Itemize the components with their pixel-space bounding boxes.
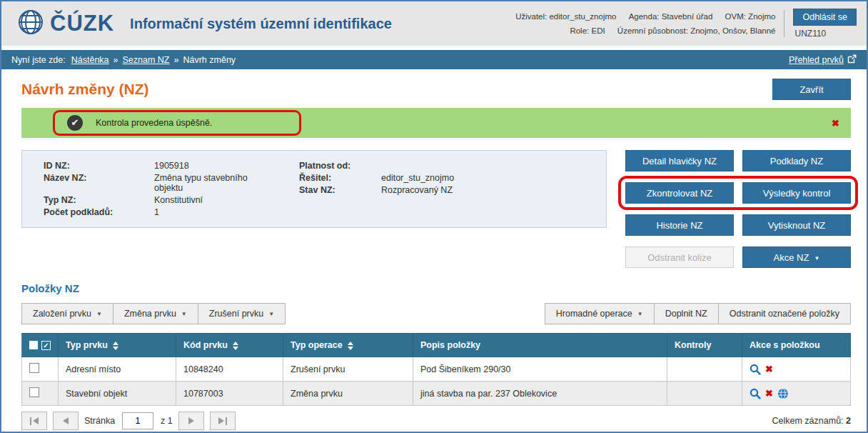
breadcrumb-separator: »	[174, 55, 179, 65]
cell-typ-prvku: Adresní místo	[59, 357, 176, 382]
nz-info-left: ID NZ: 1905918 Název NZ: Změna typu stav…	[44, 161, 256, 217]
total-records: Celkem záznamů: 2	[772, 416, 851, 426]
caret-down-icon: ▼	[814, 255, 819, 262]
last-page-button[interactable]	[210, 412, 236, 430]
breadcrumb-current: Návrh změny	[183, 55, 236, 65]
checked-box-icon[interactable]: ✓	[41, 341, 51, 350]
cell-typ-prvku: Stavební objekt	[59, 382, 176, 406]
page-of-label: z 1	[161, 416, 173, 426]
user-area: Uživatel: editor_stu_znojmo Agenda: Stav…	[515, 9, 857, 39]
page-number-input[interactable]	[122, 412, 153, 429]
prehled-prvku-link[interactable]: Přehled prvků	[789, 55, 844, 65]
caret-down-icon: ▼	[268, 311, 274, 317]
breadcrumb: Nyní jste zde: Nástěnka » Seznam NZ » Ná…	[1, 50, 867, 69]
cell-popis-polozky: Pod Šibeníkem 290/30	[413, 357, 667, 382]
column-header-popis-polozky: Popis položky	[413, 334, 667, 357]
odstranit-kolize-button: Odstranit kolize	[625, 247, 734, 268]
column-header-akce-s-polozkou: Akce s položkou	[742, 334, 851, 357]
zmena-prvku-dropdown-button[interactable]: Změna prvku▼	[113, 303, 198, 324]
row-checkbox[interactable]	[29, 363, 39, 373]
show-on-map-globe-icon[interactable]	[777, 388, 789, 399]
first-page-button[interactable]	[21, 412, 47, 430]
app-code: UNZ110	[793, 29, 826, 39]
cell-typ-operace: Změna prvku	[283, 382, 413, 406]
cell-typ-operace: Zrušení prvku	[283, 357, 413, 382]
delete-item-icon[interactable]: ✖	[765, 388, 773, 399]
success-check-icon: ✔	[67, 115, 83, 131]
pagination: Stránka z 1 Celkem záznamů: 2	[21, 412, 851, 433]
sort-icon[interactable]	[233, 342, 238, 350]
application-window: ČÚZK Informační systém územní identifika…	[0, 0, 868, 433]
cell-popis-polozky: jiná stavba na par. 237 Oblekovice	[413, 382, 667, 406]
user-info-line1: Uživatel: editor_stu_znojmo Agenda: Stav…	[515, 9, 775, 24]
odstranit-oznacene-polozky-button[interactable]: Odstranit označené položky	[718, 303, 851, 324]
zkontrolovat-nz-button[interactable]: Zkontrolovat NZ	[625, 182, 734, 204]
sort-icon[interactable]	[348, 342, 353, 350]
hromadne-operace-dropdown-button[interactable]: Hromadné operace▼	[545, 303, 655, 324]
divider	[784, 10, 784, 37]
akce-nz-dropdown-button[interactable]: Akce NZ▼	[742, 247, 851, 268]
top-header: ČÚZK Informační systém územní identifika…	[1, 1, 867, 46]
page-label: Stránka	[84, 416, 115, 426]
detail-hlavicky-nz-button[interactable]: Detail hlavičky NZ	[625, 150, 734, 171]
globe-logo-icon	[16, 7, 46, 40]
external-link-icon[interactable]	[847, 54, 857, 66]
zalozeni-prvku-dropdown-button[interactable]: Založení prvku▼	[21, 303, 113, 324]
breadcrumb-link-seznam-nz[interactable]: Seznam NZ	[123, 55, 170, 65]
column-header-typ-prvku[interactable]: Typ prvku	[59, 334, 176, 357]
column-header-typ-operace[interactable]: Typ operace	[283, 334, 413, 357]
podklady-nz-button[interactable]: Podklady NZ	[742, 150, 851, 171]
main-content: Návrh změny (NZ) Zavřít ✔ Kontrola prove…	[1, 69, 867, 433]
caret-down-icon: ▼	[637, 311, 643, 317]
cuzk-logo: ČÚZK	[16, 7, 114, 40]
cell-kontroly	[667, 382, 742, 406]
nz-info-right: Platnost od: Řešitel: editor_stu_znojmo …	[299, 161, 599, 217]
detail-magnifier-icon[interactable]	[750, 364, 761, 375]
breadcrumb-link-nastenka[interactable]: Nástěnka	[71, 55, 109, 65]
delete-item-icon[interactable]: ✖	[765, 364, 773, 374]
page-title: Návrh změny (NZ)	[21, 81, 149, 98]
previous-page-button[interactable]	[53, 412, 79, 430]
cell-kod-prvku: 10848240	[176, 357, 283, 382]
table-row: Stavební objekt 10787003 Změna prvku jin…	[22, 382, 851, 406]
user-info-line2: Role: EDI Územní působnost: Znojmo, Onšo…	[515, 24, 775, 38]
vysledky-kontrol-button[interactable]: Výsledky kontrol	[742, 182, 851, 204]
select-all-header[interactable]: ✓	[22, 334, 59, 357]
success-message-text: Kontrola provedena úspěšně.	[96, 118, 212, 128]
success-message-bar: ✔ Kontrola provedena úspěšně. ✖	[21, 108, 851, 138]
items-table: ✓ Typ prvku Kód prvku Typ operace Popis …	[21, 333, 851, 406]
logout-button[interactable]: Odhlásit se	[793, 9, 857, 26]
select-all-checkbox-icon[interactable]	[29, 341, 38, 349]
user-info: Uživatel: editor_stu_znojmo Agenda: Stav…	[515, 9, 775, 38]
cell-kontroly	[667, 357, 742, 382]
close-button[interactable]: Zavřít	[772, 79, 851, 100]
breadcrumb-prefix: Nyní jste zde:	[11, 55, 66, 65]
cell-kod-prvku: 10787003	[176, 382, 283, 406]
vytisknout-nz-button[interactable]: Vytisknout NZ	[742, 214, 851, 236]
logo-text: ČÚZK	[50, 11, 114, 36]
breadcrumb-separator: »	[113, 55, 118, 65]
detail-magnifier-icon[interactable]	[750, 388, 761, 399]
caret-down-icon: ▼	[181, 311, 187, 317]
app-title: Informační systém územní identifikace	[130, 16, 392, 32]
historie-nz-button[interactable]: Historie NZ	[625, 214, 734, 236]
column-header-kod-prvku[interactable]: Kód prvku	[176, 334, 283, 357]
polozky-nz-heading: Položky NZ	[21, 282, 851, 294]
row-checkbox[interactable]	[29, 387, 39, 397]
next-page-button[interactable]	[178, 412, 204, 430]
sort-icon[interactable]	[113, 342, 118, 350]
column-header-kontroly: Kontroly	[667, 334, 742, 357]
nz-info-panel: ID NZ: 1905918 Název NZ: Změna typu stav…	[21, 150, 607, 228]
doplnit-nz-button[interactable]: Doplnit NZ	[654, 303, 719, 324]
zruseni-prvku-dropdown-button[interactable]: Zrušení prvku▼	[198, 303, 286, 324]
caret-down-icon: ▼	[96, 311, 102, 317]
items-toolbar: Založení prvku▼ Změna prvku▼ Zrušení prv…	[21, 303, 851, 324]
dismiss-message-icon[interactable]: ✖	[832, 118, 839, 129]
nz-actions-panel: Detail hlavičky NZ Podklady NZ Zkontrolo…	[625, 150, 851, 268]
table-row: Adresní místo 10848240 Zrušení prvku Pod…	[22, 357, 851, 382]
